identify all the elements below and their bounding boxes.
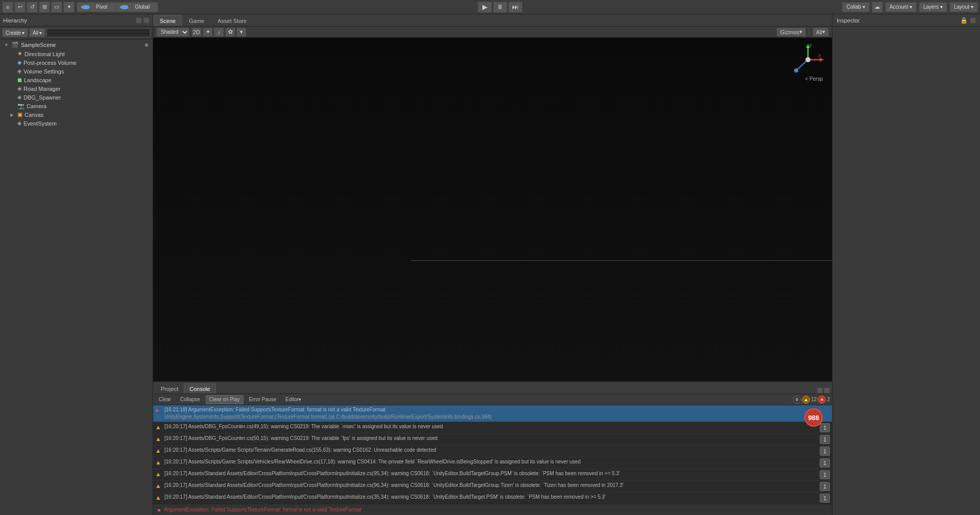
layout-button[interactable]: Layout ▾ bbox=[949, 2, 978, 12]
grid-icon[interactable]: ⊞ bbox=[39, 2, 50, 13]
log-entry-0[interactable]: ● [16:21:18] ArgumentException: Failed S… bbox=[153, 405, 832, 422]
status-error-icon: ● bbox=[157, 506, 161, 513]
tab-project[interactable]: Project bbox=[155, 383, 184, 394]
pivot-label: Pivot bbox=[92, 3, 111, 11]
hierarchy-collapse-btn[interactable] bbox=[136, 17, 142, 23]
layers-button[interactable]: Layers ▾ bbox=[919, 2, 947, 12]
camera-icon: 📷 bbox=[17, 103, 24, 109]
persp-label: < Persp bbox=[805, 76, 823, 82]
shaded-select[interactable]: Shaded bbox=[156, 28, 189, 37]
tree-item-landscape[interactable]: ◼ Landscape bbox=[0, 76, 153, 84]
top-toolbar: ≡ ↩ ↺ ⊞ ▭ ✦ Pivot Global ▶ ⏸ ⏭ Collab ▾ … bbox=[0, 0, 980, 14]
lighting-btn[interactable]: ✦ bbox=[203, 28, 213, 37]
step-button[interactable]: ⏭ bbox=[508, 2, 523, 13]
scene-gizmo[interactable]: X Y Z bbox=[790, 42, 826, 78]
tree-item-directional-light[interactable]: ☀ Directional Light bbox=[0, 50, 153, 58]
log-text-1: [16:20:17] Assets/DBG_FpsCounter.cs(49,1… bbox=[164, 423, 818, 430]
account-button[interactable]: Account ▾ bbox=[885, 2, 917, 12]
log-entry-1[interactable]: ▲ [16:20:17] Assets/DBG_FpsCounter.cs(49… bbox=[153, 422, 832, 434]
tree-item-road-manager[interactable]: ◈ Road Manager bbox=[0, 84, 153, 93]
log-count-2: 1 bbox=[820, 435, 830, 444]
log-entry-7[interactable]: ▲ [16:20:17] Assets/Standard Assets/Edit… bbox=[153, 493, 832, 504]
menu-icon[interactable]: ≡ bbox=[2, 2, 13, 13]
log-count-5: 1 bbox=[820, 470, 830, 479]
console-content: 988 ● [16:21:18] ArgumentException: Fail… bbox=[153, 405, 832, 504]
play-controls: ▶ ⏸ ⏭ bbox=[478, 2, 523, 13]
warning-icon-1: ▲ bbox=[155, 424, 162, 431]
scene-mode-icons: 2D ✦ ♪ ✿ ▾ bbox=[191, 28, 247, 37]
log-entry-2[interactable]: ▲ [16:20:17] Assets/DBG_FpsCounter.cs(50… bbox=[153, 434, 832, 446]
tab-asset-store[interactable]: Asset Store bbox=[211, 15, 253, 26]
err-counter[interactable]: ● 2 bbox=[818, 396, 830, 404]
hierarchy-search[interactable] bbox=[46, 28, 151, 37]
tree-item-volume-settings[interactable]: ◈ Volume Settings bbox=[0, 67, 153, 76]
log-entry-6[interactable]: ▲ [16:20:17] Assets/Standard Assets/Edit… bbox=[153, 481, 832, 493]
canvas-icon: ▣ bbox=[17, 111, 22, 118]
warning-icon-4: ▲ bbox=[155, 459, 162, 466]
pause-button[interactable]: ⏸ bbox=[493, 2, 507, 13]
landscape-icon: ◼ bbox=[17, 77, 22, 83]
svg-text:Z: Z bbox=[794, 68, 797, 73]
log-text-6: [16:20:17] Assets/Standard Assets/Editor… bbox=[164, 482, 818, 489]
warning-icon-3: ▲ bbox=[155, 447, 162, 454]
rect-icon[interactable]: ▭ bbox=[51, 2, 62, 13]
tree-item-postprocess[interactable]: ◈ Post-process Volume bbox=[0, 58, 153, 67]
gizmos-all-btn[interactable]: All ▾ bbox=[813, 28, 829, 37]
tree-item-canvas[interactable]: ▶ ▣ Canvas bbox=[0, 110, 153, 119]
tab-console[interactable]: Console bbox=[184, 383, 215, 394]
transform-icon[interactable]: ✦ bbox=[63, 2, 75, 13]
pivot-radio bbox=[81, 5, 90, 9]
pp-icon: ◈ bbox=[17, 59, 21, 66]
svg-point-6 bbox=[805, 57, 811, 62]
gizmos-btn[interactable]: Gizmos ▾ bbox=[776, 28, 805, 37]
vs-icon: ◈ bbox=[17, 68, 21, 75]
cloud-icon[interactable]: ☁ bbox=[872, 2, 883, 13]
redo-icon[interactable]: ↺ bbox=[27, 2, 38, 13]
collab-button[interactable]: Collab ▾ bbox=[842, 2, 869, 12]
clear-on-play-button[interactable]: Clear on Play bbox=[206, 395, 243, 404]
log-text-7: [16:20:17] Assets/Standard Assets/Editor… bbox=[164, 494, 818, 501]
inspector-close[interactable] bbox=[970, 17, 976, 23]
tree-item-dbg-spawner[interactable]: ◈ DBG_Spawner bbox=[0, 93, 153, 102]
tab-game[interactable]: Game bbox=[182, 15, 211, 26]
create-button[interactable]: Create ▾ bbox=[2, 28, 28, 37]
mode-2d-btn[interactable]: 2D bbox=[191, 28, 202, 37]
play-button[interactable]: ▶ bbox=[478, 2, 492, 13]
info-badge: 0 bbox=[793, 396, 801, 404]
inspector-header: Inspector 🔒 bbox=[832, 14, 980, 27]
info-counter[interactable]: 0 bbox=[793, 396, 801, 404]
tree-item-camera[interactable]: 📷 Camera bbox=[0, 102, 153, 110]
log-entry-3[interactable]: ▲ [16:20:17] Assets/Scripts/Game Scripts… bbox=[153, 446, 832, 457]
log-entry-4[interactable]: ▲ [16:20:17] Assets/Scripts/Game Scripts… bbox=[153, 457, 832, 469]
undo-icon[interactable]: ↩ bbox=[14, 2, 26, 13]
global-option[interactable]: Global bbox=[116, 3, 158, 12]
warn-counter[interactable]: ▲ 12 bbox=[802, 396, 817, 404]
pivot-option[interactable]: Pivot bbox=[77, 3, 116, 12]
tree-item-eventsystem[interactable]: ◈ EventSystem bbox=[0, 119, 153, 128]
scene-canvas bbox=[153, 38, 832, 381]
bottom-close[interactable] bbox=[824, 387, 830, 394]
bottom-collapse[interactable] bbox=[817, 387, 823, 394]
left-toolbar-icons: ≡ ↩ ↺ ⊞ ▭ ✦ bbox=[2, 2, 75, 13]
tree-item-samplescene[interactable]: ▼ 🎬 SampleScene ✱ bbox=[0, 40, 153, 50]
hierarchy-close-btn[interactable] bbox=[143, 17, 150, 23]
collapse-button[interactable]: Collapse bbox=[177, 395, 204, 404]
scene-more-btn[interactable]: ▾ bbox=[236, 28, 247, 37]
inspector-lock[interactable]: 🔒 bbox=[960, 17, 968, 24]
tab-scene[interactable]: Scene bbox=[153, 15, 182, 26]
svg-marker-3 bbox=[820, 58, 824, 62]
inspector-content bbox=[832, 27, 980, 515]
editor-dropdown[interactable]: Editor ▾ bbox=[282, 395, 305, 404]
search-all-btn[interactable]: All ▾ bbox=[29, 28, 45, 37]
scene-view[interactable]: X Y Z < Persp bbox=[153, 38, 832, 381]
fx-btn[interactable]: ✿ bbox=[225, 28, 235, 37]
error-pause-button[interactable]: Error Pause bbox=[246, 395, 280, 404]
error-icon-0: ● bbox=[155, 407, 162, 414]
audio-btn[interactable]: ♪ bbox=[214, 28, 224, 37]
bottom-tab-bar: Project Console bbox=[153, 382, 832, 394]
pivot-global-toggle[interactable]: Pivot Global bbox=[77, 2, 158, 12]
big-error-count[interactable]: 988 bbox=[804, 408, 823, 427]
log-entry-5[interactable]: ▲ [16:20:17] Assets/Standard Assets/Edit… bbox=[153, 469, 832, 481]
main-layout: Hierarchy Create ▾ All ▾ ▼ 🎬 SampleScene bbox=[0, 14, 980, 515]
clear-button[interactable]: Clear bbox=[155, 395, 175, 404]
